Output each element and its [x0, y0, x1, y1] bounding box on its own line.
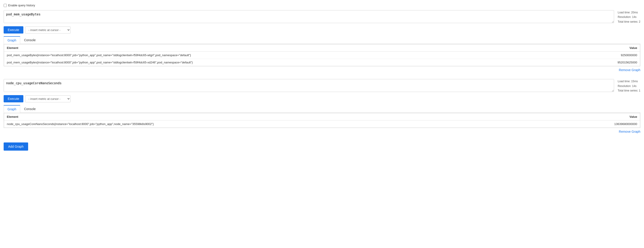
- total-time-series-2: Total time series: 1: [618, 89, 640, 92]
- enable-query-history-checkbox[interactable]: [4, 4, 7, 7]
- value-cell-1-2: 952015625000: [599, 59, 640, 66]
- result-table-1: ElementValuepod_mem_usageBytes{instance=…: [4, 44, 640, 66]
- load-time-2: Load time: 15ms: [618, 80, 638, 83]
- query-input-2[interactable]: [4, 79, 614, 92]
- value-cell-2-1: 13639680000000: [599, 121, 640, 128]
- controls-row-1: Execute- insert metric at cursor -: [4, 26, 640, 33]
- tab-console-1[interactable]: Console: [20, 36, 40, 44]
- table-row-1-2: pod_mem_usageBytes{instance="localhost:8…: [4, 59, 640, 66]
- controls-row-2: Execute- insert metric at cursor -: [4, 95, 640, 102]
- element-cell-1-1: pod_mem_usageBytes{instance="localhost:8…: [4, 52, 599, 59]
- load-time-1: Load time: 20ms: [618, 11, 638, 14]
- remove-graph-row-2: Remove Graph: [4, 128, 640, 135]
- remove-graph-button-1[interactable]: Remove Graph: [619, 68, 640, 72]
- graph-block-1: Load time: 20ms Resolution: 14s Total ti…: [4, 10, 640, 74]
- tabs-1: GraphConsole: [4, 36, 640, 44]
- tabs-2: GraphConsole: [4, 105, 640, 113]
- remove-graph-button-2[interactable]: Remove Graph: [619, 130, 640, 133]
- tab-graph-2[interactable]: Graph: [4, 105, 20, 113]
- graphs-container: Load time: 20ms Resolution: 14s Total ti…: [4, 10, 640, 135]
- resolution-2: Resolution: 14s: [618, 85, 636, 88]
- th-value-1: Value: [599, 44, 640, 52]
- tab-console-2[interactable]: Console: [20, 105, 40, 113]
- query-row-1: Load time: 20ms Resolution: 14s Total ti…: [4, 10, 640, 24]
- add-graph-button[interactable]: Add Graph: [4, 142, 28, 151]
- th-element-1: Element: [4, 44, 599, 52]
- element-cell-2-1: node_cpu_usageCoreNanoSeconds{instance="…: [4, 121, 599, 128]
- execute-button-1[interactable]: Execute: [4, 26, 23, 33]
- query-input-1[interactable]: [4, 10, 614, 23]
- execute-button-2[interactable]: Execute: [4, 95, 23, 102]
- resolution-1: Resolution: 14s: [618, 15, 636, 18]
- table-row-2-1: node_cpu_usageCoreNanoSeconds{instance="…: [4, 121, 640, 128]
- table-container-1: ElementValuepod_mem_usageBytes{instance=…: [4, 44, 640, 66]
- result-table-2: ElementValuenode_cpu_usageCoreNanoSecond…: [4, 113, 640, 128]
- value-cell-1-1: 9250000000: [599, 52, 640, 59]
- graph-block-2: Load time: 15ms Resolution: 14s Total ti…: [4, 79, 640, 135]
- enable-query-history-row: Enable query history: [4, 4, 640, 7]
- query-meta-2: Load time: 15ms Resolution: 14s Total ti…: [618, 79, 640, 93]
- th-value-2: Value: [599, 113, 640, 121]
- tab-graph-1[interactable]: Graph: [4, 36, 20, 44]
- metric-select-1[interactable]: - insert metric at cursor -: [25, 26, 70, 33]
- remove-graph-row-1: Remove Graph: [4, 66, 640, 74]
- element-cell-1-2: pod_mem_usageBytes{instance="localhost:8…: [4, 59, 599, 66]
- total-time-series-1: Total time series: 2: [618, 20, 640, 23]
- table-container-2: ElementValuenode_cpu_usageCoreNanoSecond…: [4, 113, 640, 128]
- query-meta-1: Load time: 20ms Resolution: 14s Total ti…: [618, 10, 640, 24]
- table-row-1-1: pod_mem_usageBytes{instance="localhost:8…: [4, 52, 640, 59]
- enable-query-history-label: Enable query history: [8, 4, 35, 7]
- metric-select-2[interactable]: - insert metric at cursor -: [25, 95, 70, 102]
- th-element-2: Element: [4, 113, 599, 121]
- query-row-2: Load time: 15ms Resolution: 14s Total ti…: [4, 79, 640, 93]
